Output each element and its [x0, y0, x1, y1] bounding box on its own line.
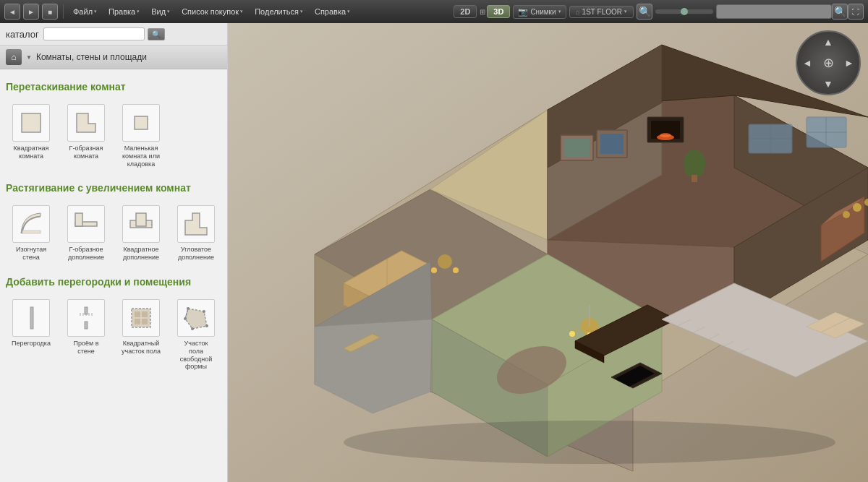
section-stretch-title: Растягивание с увеличением комнат: [6, 182, 221, 194]
svg-rect-13: [132, 309, 150, 327]
svg-point-71: [853, 203, 861, 212]
toolbar-right: 2D ⊞ 3D 📷 Снимки ▾ ⌂ 1ST FLOOR ▾ 🔍 🔍 ⛶: [454, 4, 864, 20]
zoom-in-button[interactable]: 🔍: [832, 4, 848, 20]
svg-point-20: [187, 307, 190, 310]
nav-up-button[interactable]: ▲: [821, 35, 835, 49]
category-title: Комнаты, стены и площади: [36, 52, 221, 62]
section-partition-title: Добавить перегородки и помещения: [6, 276, 221, 288]
svg-rect-7: [136, 213, 146, 226]
category-dropdown-arrow: ▼: [26, 54, 32, 61]
svg-rect-2: [135, 116, 148, 129]
item-corner-add[interactable]: Угловатоедополнение: [171, 202, 221, 264]
svg-point-24: [184, 317, 187, 320]
item-small-room[interactable]: Маленькаякомната иликладовка: [116, 101, 166, 171]
svg-rect-14: [135, 311, 140, 317]
svg-rect-17: [142, 319, 148, 324]
l-add-label: Г-образноедополнение: [68, 246, 104, 262]
panel-content: Перетаскивание комнат Квадратнаякомната: [0, 69, 227, 391]
svg-point-62: [453, 267, 459, 273]
floor-free-label: Участокполасвободнойформы: [180, 340, 212, 371]
svg-rect-70: [600, 134, 624, 154]
floor-sq-icon: [122, 299, 160, 337]
svg-point-61: [431, 267, 437, 273]
menu-share[interactable]: Поделиться ▾: [250, 6, 307, 17]
nav-left-button[interactable]: ◄: [800, 56, 814, 70]
home-icon: ⌂: [6, 49, 22, 65]
small-room-label: Маленькаякомната иликладовка: [122, 145, 160, 168]
nav-arrows: ⊕ ◄ ► ▲ ▼: [797, 32, 859, 94]
mode-2d-button[interactable]: 2D: [454, 5, 477, 18]
l-add-icon: [67, 205, 105, 243]
zoom-out-button[interactable]: 🔍: [637, 4, 652, 20]
opening-label: Проём встене: [74, 340, 99, 356]
svg-point-60: [438, 254, 452, 269]
floor-plan-3d: [228, 23, 868, 482]
zoom-search-area: 🔍 🔍 ⛶: [637, 4, 864, 20]
stretch-rooms-grid: Изогнутаястена Г-образноедополнение: [6, 202, 221, 264]
stop-button[interactable]: ■: [42, 4, 58, 20]
canvas-area[interactable]: ⊕ ◄ ► ▲ ▼: [228, 23, 868, 482]
item-opening[interactable]: Проём встене: [61, 296, 111, 374]
section-drag-title: Перетаскивание комнат: [6, 81, 221, 92]
svg-rect-3: [22, 231, 41, 233]
main-area: каталог 🔍 ⌂ ▼ Комнаты, стены и площади П…: [0, 23, 868, 482]
menu-view[interactable]: Вид ▾: [147, 6, 174, 17]
l-room-icon: [67, 104, 105, 142]
square-room-label: Квадратнаякомната: [14, 145, 49, 160]
partition-grid: Перегородка Проём встене: [6, 296, 221, 374]
item-curved-wall[interactable]: Изогнутаястена: [6, 202, 56, 264]
item-floor-sq[interactable]: Квадратныйучасток пола: [116, 296, 166, 374]
item-l-add[interactable]: Г-образноедополнение: [61, 202, 111, 264]
nav-right-button[interactable]: ►: [842, 56, 856, 70]
item-floor-free[interactable]: Участокполасвободнойформы: [171, 296, 221, 374]
mode-3d-button[interactable]: 3D: [487, 5, 510, 18]
svg-rect-75: [692, 175, 697, 182]
category-header[interactable]: ⌂ ▼ Комнаты, стены и площади: [0, 46, 227, 69]
separator-1: [63, 4, 64, 19]
top-search-bar: [716, 4, 832, 19]
zoom-slider[interactable]: [655, 9, 713, 14]
curved-wall-icon: [12, 205, 50, 243]
svg-rect-9: [30, 307, 33, 329]
forward-button[interactable]: ►: [23, 4, 39, 20]
menu-edit[interactable]: Правка ▾: [104, 6, 144, 17]
catalog-search-button[interactable]: 🔍: [148, 28, 165, 40]
fullscreen-button[interactable]: ⛶: [848, 4, 864, 20]
partition-icon: [12, 299, 50, 337]
camera-button[interactable]: 📷 Снимки ▾: [513, 5, 566, 19]
zoom-handle[interactable]: [681, 8, 688, 15]
menu-shopping[interactable]: Список покупок ▾: [177, 6, 247, 17]
svg-rect-11: [85, 322, 88, 329]
svg-point-22: [205, 324, 208, 327]
menu-help[interactable]: Справка ▾: [310, 6, 354, 17]
catalog-search-input[interactable]: [43, 27, 145, 40]
svg-point-91: [344, 421, 835, 464]
item-partition[interactable]: Перегородка: [6, 296, 56, 374]
nav-center-icon: ⊕: [823, 55, 834, 71]
svg-point-50: [660, 133, 671, 137]
nav-circle: ⊕ ◄ ► ▲ ▼: [796, 30, 861, 95]
square-room-icon: [12, 104, 50, 142]
back-button[interactable]: ◄: [4, 4, 20, 20]
nav-down-button[interactable]: ▼: [821, 77, 835, 91]
item-sq-add[interactable]: Квадратноедополнение: [116, 202, 166, 264]
drag-rooms-grid: Квадратнаякомната Г-образнаякомната: [6, 101, 221, 171]
item-l-room[interactable]: Г-образнаякомната: [61, 101, 111, 171]
svg-rect-68: [564, 139, 590, 157]
small-room-icon: [122, 104, 160, 142]
floor-selector[interactable]: ⌂ 1ST FLOOR ▾: [569, 6, 634, 18]
corner-add-icon: [177, 205, 215, 243]
svg-marker-8: [185, 213, 207, 235]
item-square-room[interactable]: Квадратнаякомната: [6, 101, 56, 171]
corner-add-label: Угловатоедополнение: [178, 246, 214, 262]
svg-point-21: [203, 310, 205, 313]
catalog-label: каталог: [6, 29, 39, 40]
top-search-input[interactable]: [717, 7, 831, 16]
sq-add-icon: [122, 205, 160, 243]
left-panel: каталог 🔍 ⌂ ▼ Комнаты, стены и площади П…: [0, 23, 228, 482]
navigation-overlay: ⊕ ◄ ► ▲ ▼: [796, 30, 861, 95]
svg-rect-15: [142, 311, 148, 317]
sq-add-label: Квадратноедополнение: [123, 246, 159, 262]
floor-sq-label: Квадратныйучасток пола: [122, 340, 161, 356]
menu-file[interactable]: Файл ▾: [69, 6, 101, 17]
